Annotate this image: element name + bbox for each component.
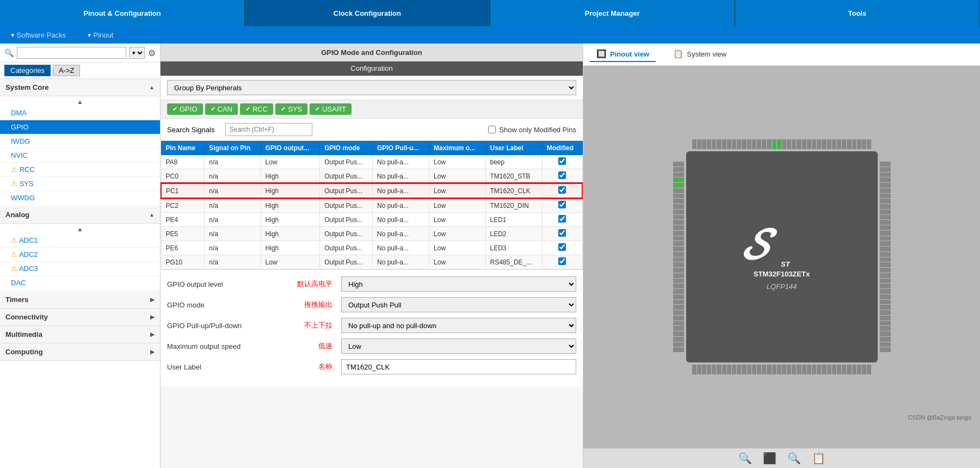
sidebar-item-nvic[interactable]: NVIC xyxy=(0,149,160,163)
table-row[interactable]: PG10n/aLowOutput Pus...No pull-a...LowRS… xyxy=(161,255,582,269)
table-cell: No pull-a... xyxy=(372,213,429,227)
table-cell: Low xyxy=(429,241,485,255)
table-row[interactable]: PC0n/aHighOutput Pus...No pull-a...LowTM… xyxy=(161,169,582,184)
config-select-2[interactable]: No pull-up and no pull-down xyxy=(341,318,576,333)
modified-pins-checkbox[interactable] xyxy=(488,126,496,133)
th-output[interactable]: GPIO output... xyxy=(261,141,320,155)
modified-checkbox[interactable] xyxy=(558,215,566,223)
th-pin-name[interactable]: Pin Name xyxy=(161,141,205,155)
table-cell: n/a xyxy=(205,198,261,213)
table-row[interactable]: PE4n/aHighOutput Pus...No pull-a...LowLE… xyxy=(161,213,582,227)
table-cell: Output Pus... xyxy=(320,155,373,169)
main-layout: 🔍 ▾ ⚙ Categories A->Z System Core ▲ xyxy=(0,44,980,468)
sidebar-item-dma[interactable]: DMA xyxy=(0,106,160,120)
table-row[interactable]: PA8n/aLowOutput Pus...No pull-a...Lowbee… xyxy=(161,155,582,169)
sub-nav-software-packs[interactable]: ▾ Software Packs xyxy=(0,31,77,39)
sidebar-item-iwdg[interactable]: IWDG xyxy=(0,134,160,149)
table-cell: n/a xyxy=(205,227,261,241)
nav-pinout[interactable]: Pinout & Configuration xyxy=(0,0,245,26)
tab-pinout-view[interactable]: 🔲 Pinout view xyxy=(590,47,656,62)
sidebar-item-gpio[interactable]: GPIO xyxy=(0,120,160,134)
sub-nav-pinout[interactable]: ▾ Pinout xyxy=(77,31,124,39)
section-timers-header[interactable]: Timers ▶ xyxy=(0,291,160,309)
sidebar-item-rcc[interactable]: RCC xyxy=(0,163,160,177)
th-modified[interactable]: Modified xyxy=(542,141,582,155)
chevron-right-icon-computing: ▶ xyxy=(150,349,155,355)
table-cell: High xyxy=(261,241,320,255)
sidebar-item-wwdg[interactable]: WWDG xyxy=(0,191,160,205)
table-cell: Low xyxy=(261,155,320,169)
fit-view-button[interactable]: ⬛ xyxy=(763,452,776,465)
modified-cell xyxy=(542,241,582,255)
config-input-4[interactable] xyxy=(341,359,576,374)
zoom-in-button[interactable]: 🔍 xyxy=(787,452,801,465)
nav-clock[interactable]: Clock Configuration xyxy=(245,0,490,26)
tab-atoz[interactable]: A->Z xyxy=(53,65,81,76)
zoom-out-button[interactable]: 🔍 xyxy=(738,452,752,465)
table-cell: n/a xyxy=(205,183,261,198)
copy-button[interactable]: 📋 xyxy=(812,452,825,465)
search-input[interactable] xyxy=(17,47,126,59)
sidebar-item-adc2[interactable]: ADC2 xyxy=(0,248,160,262)
chip-area: 𝓢 ST STM32F103ZETx LQFP144 xyxy=(583,66,980,448)
nav-project[interactable]: Project Manager xyxy=(490,0,735,26)
check-icon-usart: ✔ xyxy=(315,106,320,113)
section-multimedia-header[interactable]: Multimedia ▶ xyxy=(0,326,160,343)
table-cell: PE6 xyxy=(161,241,205,255)
modified-checkbox[interactable] xyxy=(558,186,566,194)
table-row[interactable]: PC1n/aHighOutput Pus...No pull-a...LowTM… xyxy=(161,183,582,198)
modified-checkbox[interactable] xyxy=(558,229,566,237)
tab-categories[interactable]: Categories xyxy=(4,65,51,76)
table-row[interactable]: PC2n/aHighOutput Pus...No pull-a...LowTM… xyxy=(161,198,582,213)
tab-system-view[interactable]: 📋 System view xyxy=(667,47,733,62)
modified-checkbox[interactable] xyxy=(558,157,566,165)
sidebar-item-adc3[interactable]: ADC3 xyxy=(0,262,160,276)
chevron-right-icon-multimedia: ▶ xyxy=(150,331,155,337)
config-select-1[interactable]: Output Push Pull xyxy=(341,297,576,312)
modified-checkbox[interactable] xyxy=(558,171,566,179)
center-panel: GPIO Mode and Configuration Configuratio… xyxy=(161,44,583,468)
config-select-0[interactable]: High xyxy=(341,276,576,292)
section-analog-header[interactable]: Analog ▲ xyxy=(0,206,160,224)
table-cell: Output Pus... xyxy=(320,213,373,227)
th-user-label[interactable]: User Label xyxy=(485,141,542,155)
group-by-select[interactable]: Group By Peripherals xyxy=(167,80,576,95)
section-computing-header[interactable]: Computing ▶ xyxy=(0,343,160,361)
sidebar-item-sys[interactable]: SYS xyxy=(0,177,160,191)
sidebar-item-dac[interactable]: DAC xyxy=(0,276,160,290)
section-system-core-header[interactable]: System Core ▲ xyxy=(0,79,160,96)
search-scope-select[interactable]: ▾ xyxy=(130,47,145,59)
th-mode[interactable]: GPIO mode xyxy=(320,141,373,155)
table-cell: No pull-a... xyxy=(372,241,429,255)
th-max-out[interactable]: Maximum o... xyxy=(429,141,485,155)
config-select-3[interactable]: Low xyxy=(341,338,576,354)
config-label-1: GPIO mode xyxy=(167,301,276,309)
ptab-rcc[interactable]: ✔ RCC xyxy=(240,103,273,115)
th-signal[interactable]: Signal on Pin xyxy=(205,141,261,155)
modified-checkbox[interactable] xyxy=(558,243,566,251)
table-cell: No pull-a... xyxy=(372,169,429,184)
nav-tools[interactable]: Tools xyxy=(735,0,980,26)
section-multimedia: Multimedia ▶ xyxy=(0,326,160,343)
gear-icon[interactable]: ⚙ xyxy=(148,48,156,58)
table-cell: TM1620_DIN xyxy=(485,198,542,213)
th-pull[interactable]: GPIO Pull-u... xyxy=(372,141,429,155)
chevron-right-icon-connectivity: ▶ xyxy=(150,314,155,320)
table-cell: High xyxy=(261,169,320,184)
ptab-can[interactable]: ✔ CAN xyxy=(205,103,238,115)
modified-checkbox[interactable] xyxy=(558,257,566,265)
table-row[interactable]: PE6n/aHighOutput Pus...No pull-a...LowLE… xyxy=(161,241,582,255)
ptab-usart[interactable]: ✔ USART xyxy=(310,103,352,115)
search-signals-input[interactable] xyxy=(225,123,312,136)
section-connectivity-header[interactable]: Connectivity ▶ xyxy=(0,309,160,326)
modified-pins-label: Show only Modified Pins xyxy=(488,126,576,134)
modified-checkbox[interactable] xyxy=(558,201,566,208)
table-cell: Output Pus... xyxy=(320,255,373,269)
table-row[interactable]: PE5n/aHighOutput Pus...No pull-a...LowLE… xyxy=(161,227,582,241)
sidebar-item-adc1[interactable]: ADC1 xyxy=(0,233,160,248)
sidebar-tabs: Categories A->Z xyxy=(0,63,160,79)
config-label-0: GPIO output level xyxy=(167,280,276,288)
ptab-sys[interactable]: ✔ SYS xyxy=(275,103,307,115)
section-analog: Analog ▲ ▲ ADC1 ADC2 ADC3 DAC xyxy=(0,206,160,291)
ptab-gpio[interactable]: ✔ GPIO xyxy=(167,103,203,115)
